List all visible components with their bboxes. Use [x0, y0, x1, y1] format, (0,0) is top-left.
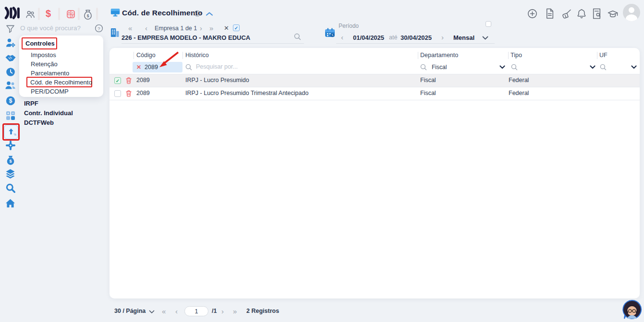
column-header-departamento[interactable]: Departamento [420, 52, 458, 59]
table-row[interactable]: 2089 IRPJ - Lucro Presumido Fiscal Feder… [109, 74, 640, 87]
menu-item-irpf[interactable]: IRPF [24, 100, 38, 107]
last-page-icon[interactable]: » [233, 307, 237, 315]
cell-historico: IRPJ - Lucro Presumido Trimestral Anteci… [185, 90, 308, 96]
period-start-date[interactable]: 01/04/2025 [353, 34, 384, 41]
column-header-uf[interactable]: UF [599, 52, 608, 59]
money-bag-rail-icon[interactable]: $ [5, 155, 16, 166]
clock-icon[interactable] [5, 67, 16, 77]
uf-filter-chevron-icon[interactable] [631, 65, 637, 69]
menu-item-contr-individual[interactable]: Contr. Individual [24, 109, 73, 117]
layers-icon[interactable] [5, 168, 16, 179]
cell-historico: IRPJ - Lucro Presumido [185, 77, 249, 83]
calculator-icon[interactable] [66, 9, 76, 19]
period-end-date[interactable]: 30/04/2025 [401, 34, 432, 41]
prev-page-icon[interactable]: ‹ [175, 307, 178, 315]
file-search-icon[interactable] [592, 8, 602, 19]
menu-flyout-panel: Controles Impostos Retenção Parcelamento… [19, 36, 103, 97]
prev-company-icon[interactable]: ‹ [145, 24, 147, 32]
menu-item-parcelamento[interactable]: Parcelamento [31, 70, 69, 77]
home-icon[interactable] [5, 198, 16, 208]
calculator-grid-icon[interactable] [5, 110, 16, 121]
company-checkbox[interactable] [233, 24, 240, 31]
column-divider [508, 52, 509, 59]
records-count: 2 Registros [246, 308, 279, 314]
person-gear-icon[interactable] [5, 37, 16, 48]
clear-company-icon[interactable]: ✕ [224, 24, 229, 32]
column-divider [182, 52, 183, 59]
table-row[interactable]: 2089 IRPJ - Lucro Presumido Trimestral A… [109, 87, 640, 100]
per-page-selector[interactable]: 30 / Página [114, 308, 146, 314]
dollar-circle-icon[interactable]: $ [5, 95, 16, 106]
cell-departamento: Fiscal [420, 90, 436, 96]
money-bag-icon[interactable]: $ [83, 9, 93, 20]
historico-filter-placeholder[interactable]: Pesquisar por... [196, 63, 238, 70]
page-number: 1 [195, 308, 198, 315]
column-divider [597, 52, 597, 59]
user-avatar[interactable] [623, 4, 640, 21]
bell-icon[interactable] [577, 8, 586, 19]
period-mode-value[interactable]: Mensal [453, 34, 474, 41]
assistant-avatar[interactable] [622, 299, 642, 320]
last-company-icon[interactable]: » [209, 24, 213, 32]
collapse-chevron-up-icon[interactable] [206, 12, 213, 16]
search-input[interactable] [20, 24, 90, 32]
period-checkbox[interactable] [486, 21, 491, 27]
tipo-filter-search-icon [511, 64, 518, 71]
page-input[interactable]: 1 [184, 306, 208, 316]
cell-codigo: 2089 [136, 90, 150, 96]
file-icon[interactable] [545, 8, 555, 19]
tipo-filter-chevron-icon[interactable] [590, 65, 595, 69]
calendar-clock-icon [325, 27, 336, 38]
menu-item-dctfweb[interactable]: DCTFWeb [24, 119, 54, 126]
users-icon[interactable] [25, 9, 36, 20]
broom-icon[interactable] [561, 9, 572, 19]
menu-item-retencao[interactable]: Retenção [31, 60, 58, 68]
plus-circle-icon[interactable] [527, 9, 537, 19]
info-icon[interactable] [194, 10, 201, 17]
first-page-icon[interactable]: « [162, 307, 166, 315]
column-header-tipo[interactable]: Tipo [510, 52, 522, 59]
first-company-icon[interactable]: « [128, 24, 132, 32]
clear-filter-icon[interactable]: ✕ [136, 64, 141, 71]
cell-departamento: Fiscal [420, 77, 436, 83]
handshake-icon[interactable] [5, 53, 16, 62]
trash-icon[interactable] [125, 77, 132, 84]
users-rail-icon[interactable] [5, 80, 16, 90]
search-rail-icon[interactable] [5, 183, 16, 193]
help-icon[interactable]: ? [95, 24, 103, 33]
row-checkbox[interactable] [114, 90, 121, 97]
arrow-up-percent-icon[interactable]: % [4, 125, 18, 139]
per-page-chevron-icon[interactable] [149, 310, 155, 314]
gear-icon[interactable] [5, 140, 16, 151]
dollar-icon[interactable]: $ [46, 8, 51, 19]
annotation-box-active-module: % [2, 123, 20, 141]
graduation-cap-icon[interactable] [607, 9, 619, 19]
trash-icon[interactable] [125, 90, 132, 97]
company-position-label: Empresa 1 de 1 [155, 25, 197, 32]
next-period-icon[interactable]: › [441, 33, 444, 41]
page-title: Cód. de Recolhimento [122, 9, 203, 17]
departamento-filter-search-icon [420, 64, 427, 71]
cell-tipo: Federal [509, 77, 529, 83]
menu-item-cod-recolhimento[interactable]: Cód. de Recolhimento [30, 79, 92, 86]
period-mode-chevron-icon[interactable] [482, 36, 488, 40]
period-label: Período [339, 23, 359, 29]
company-search-icon[interactable] [294, 33, 301, 40]
menu-section-controles[interactable]: Controles [25, 40, 55, 47]
filter-funnel-icon[interactable] [6, 24, 15, 33]
historico-filter-search-icon [185, 64, 192, 71]
menu-item-impostos[interactable]: Impostos [31, 51, 56, 59]
company-name: 226 - EMPRESA MODELO - MAKRO EDUCA [122, 34, 250, 41]
next-page-icon[interactable]: › [221, 307, 224, 315]
departamento-filter-chevron-icon[interactable] [499, 65, 505, 69]
codigo-filter-chip[interactable]: ✕ 2089 [133, 62, 182, 72]
departamento-filter-value[interactable]: Fiscal [432, 64, 447, 71]
column-header-historico[interactable]: Histórico [185, 52, 209, 59]
menu-item-per-dcomp[interactable]: PER/DCOMP [31, 88, 69, 95]
prev-period-icon[interactable]: ‹ [341, 33, 343, 41]
divider [58, 8, 60, 20]
column-header-codigo[interactable]: Código [136, 52, 156, 59]
row-checkbox[interactable] [114, 77, 121, 84]
codigo-filter-value: 2089 [145, 64, 158, 71]
next-company-icon[interactable]: › [200, 24, 202, 32]
